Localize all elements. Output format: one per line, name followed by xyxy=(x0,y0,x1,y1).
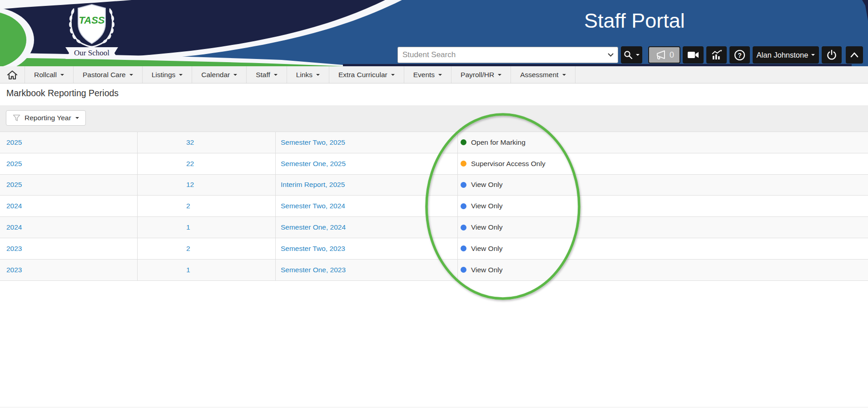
nav-item-label: Links xyxy=(296,71,312,79)
nav-item-label: Payroll/HR xyxy=(461,71,494,79)
cell-status: View Only xyxy=(458,260,868,280)
period-count-link[interactable]: 1 xyxy=(186,266,190,274)
nav-caret-icon xyxy=(391,74,395,76)
reporting-year-link[interactable]: 2024 xyxy=(6,223,22,231)
cell-status: View Only xyxy=(458,217,868,238)
svg-text:?: ? xyxy=(738,51,742,59)
nav-caret-icon xyxy=(316,74,320,76)
nav-item-payroll-hr[interactable]: Payroll/HR xyxy=(451,66,511,83)
portal-title: Staff Portal xyxy=(584,9,729,33)
table-row: 202522Semester One, 2025Supervisor Acces… xyxy=(0,153,868,175)
nav-item-label: Extra Curricular xyxy=(338,71,387,79)
period-name-link[interactable]: Semester One, 2023 xyxy=(281,266,346,274)
main-navbar: RollcallPastoral CareListingsCalendarSta… xyxy=(0,66,868,83)
nav-caret-icon xyxy=(233,74,237,76)
header: TASS Our School Staff Portal Student Sea… xyxy=(0,0,868,66)
student-search-input[interactable]: Student Search xyxy=(397,47,618,63)
power-icon xyxy=(826,49,837,60)
notifications-button[interactable]: 0 xyxy=(648,46,680,64)
logo-banner-text: Our School xyxy=(74,49,109,58)
cell-period-name: Semester Two, 2024 xyxy=(276,196,458,216)
table-row: 20231Semester One, 2023View Only xyxy=(0,260,868,281)
period-name-link[interactable]: Semester One, 2025 xyxy=(281,160,346,168)
status-dot xyxy=(461,225,466,231)
cell-period-count: 1 xyxy=(138,217,276,238)
nav-item-calendar[interactable]: Calendar xyxy=(192,66,247,83)
nav-caret-icon xyxy=(438,74,442,76)
status-label: View Only xyxy=(471,223,503,231)
period-count-link[interactable]: 12 xyxy=(186,181,194,189)
period-name-link[interactable]: Semester Two, 2025 xyxy=(281,138,345,147)
nav-caret-icon xyxy=(562,74,566,76)
cell-reporting-year: 2024 xyxy=(0,217,138,238)
reporting-year-link[interactable]: 2024 xyxy=(6,202,22,210)
period-name-link[interactable]: Semester One, 2024 xyxy=(281,223,346,231)
logout-button[interactable] xyxy=(822,46,842,64)
help-button[interactable]: ? xyxy=(729,46,750,64)
user-caret-icon xyxy=(811,54,815,56)
nav-caret-icon xyxy=(129,74,133,76)
reporting-year-link[interactable]: 2023 xyxy=(6,266,22,274)
table-row: 20241Semester One, 2024View Only xyxy=(0,217,868,238)
cell-status: Supervisor Access Only xyxy=(458,153,868,174)
period-count-link[interactable]: 22 xyxy=(186,160,194,168)
period-name-link[interactable]: Interim Report, 2025 xyxy=(281,181,345,189)
period-count-link[interactable]: 1 xyxy=(186,223,190,231)
reporting-year-link[interactable]: 2023 xyxy=(6,245,22,253)
status-label: Supervisor Access Only xyxy=(471,160,546,168)
nav-item-extra-curricular[interactable]: Extra Curricular xyxy=(329,66,404,83)
cell-reporting-year: 2024 xyxy=(0,196,138,216)
nav-item-label: Staff xyxy=(256,71,270,79)
video-camera-icon xyxy=(687,50,699,59)
cell-period-count: 2 xyxy=(138,238,276,259)
period-count-link[interactable]: 2 xyxy=(186,245,190,253)
chevron-up-icon xyxy=(849,51,859,59)
nav-item-pastoral-care[interactable]: Pastoral Care xyxy=(74,66,143,83)
period-name-link[interactable]: Semester Two, 2023 xyxy=(281,245,345,253)
period-count-link[interactable]: 2 xyxy=(186,202,190,210)
nav-item-events[interactable]: Events xyxy=(404,66,451,83)
nav-caret-icon xyxy=(498,74,501,76)
megaphone-icon xyxy=(655,49,666,60)
analytics-button[interactable] xyxy=(706,46,727,64)
nav-item-label: Assessment xyxy=(520,71,558,79)
nav-item-staff[interactable]: Staff xyxy=(247,66,287,83)
reporting-periods-table: 202532Semester Two, 2025Open for Marking… xyxy=(0,132,868,281)
cell-status: View Only xyxy=(458,175,868,196)
table-row: 202532Semester Two, 2025Open for Marking xyxy=(0,132,868,153)
nav-item-links[interactable]: Links xyxy=(287,66,329,83)
table-row: 20242Semester Two, 2024View Only xyxy=(0,196,868,217)
cell-reporting-year: 2025 xyxy=(0,153,138,174)
cell-period-name: Semester Two, 2025 xyxy=(276,132,458,153)
nav-item-assessment[interactable]: Assessment xyxy=(511,66,575,83)
status-dot xyxy=(461,203,466,209)
cell-period-name: Semester One, 2025 xyxy=(276,153,458,174)
cell-period-name: Semester Two, 2023 xyxy=(276,238,458,259)
user-menu-button[interactable]: Alan Johnstone xyxy=(753,46,819,64)
collapse-header-button[interactable] xyxy=(846,46,863,64)
cell-period-count: 22 xyxy=(138,153,276,174)
logo-banner: Our School xyxy=(65,47,118,59)
status-dot xyxy=(461,267,466,273)
filter-caret-icon xyxy=(75,117,79,119)
status-dot xyxy=(461,139,466,145)
period-count-link[interactable]: 32 xyxy=(186,138,194,147)
nav-item-rollcall[interactable]: Rollcall xyxy=(25,66,74,83)
cell-period-count: 12 xyxy=(138,175,276,196)
nav-caret-icon xyxy=(179,74,183,76)
nav-item-home[interactable] xyxy=(0,66,25,83)
logo-shield-wreath: TASS xyxy=(64,4,120,49)
logo-shield-text: TASS xyxy=(79,15,104,26)
select-chevron-icon xyxy=(608,53,614,57)
reporting-year-filter-button[interactable]: Reporting Year xyxy=(6,110,86,126)
search-button[interactable] xyxy=(621,46,642,64)
period-name-link[interactable]: Semester Two, 2024 xyxy=(281,202,345,210)
nav-item-label: Listings xyxy=(152,71,176,79)
reporting-year-link[interactable]: 2025 xyxy=(6,160,22,168)
status-label: View Only xyxy=(471,245,503,253)
video-button[interactable] xyxy=(683,46,704,64)
school-logo: TASS Our School xyxy=(64,4,120,61)
reporting-year-link[interactable]: 2025 xyxy=(6,138,22,147)
reporting-year-link[interactable]: 2025 xyxy=(6,181,22,189)
nav-item-listings[interactable]: Listings xyxy=(143,66,193,83)
